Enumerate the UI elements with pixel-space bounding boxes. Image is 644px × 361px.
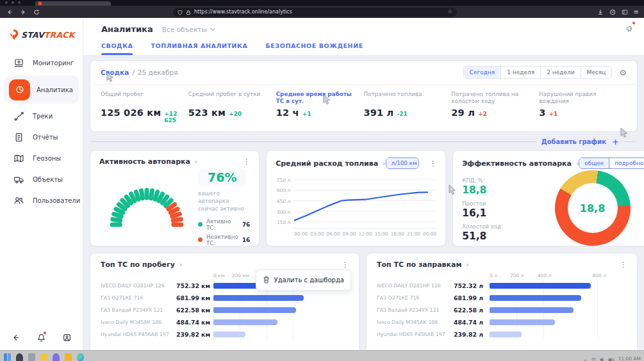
logo-pin-icon — [8, 29, 19, 41]
range-2weeks-button[interactable]: 2 недели — [540, 67, 580, 78]
forward-icon[interactable] — [20, 9, 26, 15]
value-bar[interactable] — [490, 295, 581, 301]
start-button-icon[interactable] — [4, 353, 11, 361]
window-dot[interactable] — [12, 1, 14, 4]
date-range-switcher: Сегодня 1 неделя 2 недели Месяц — [463, 66, 613, 79]
kebab-menu-icon[interactable]: ⋮ — [336, 261, 349, 268]
sidebar-item-monitoring[interactable]: Мониторинг — [0, 52, 83, 74]
fuel-x-tick: 09:00 — [342, 231, 356, 237]
notifications-bell-icon[interactable] — [37, 332, 45, 344]
sidebar-item-analytics[interactable]: Аналитика — [4, 76, 79, 104]
value-bar[interactable] — [490, 319, 555, 325]
chevron-right-icon[interactable]: › — [195, 158, 197, 165]
vehicle-name: IVECO DAILY О281НР 126 — [377, 283, 452, 289]
sidebar-item-geozones[interactable]: Геозоны — [0, 148, 83, 169]
bookmark-star-icon[interactable]: ☆ — [447, 9, 452, 15]
range-1week-button[interactable]: 1 неделя — [500, 67, 540, 78]
value-bar[interactable] — [213, 307, 296, 313]
battery-icon[interactable] — [608, 353, 615, 361]
bar-x-tick: 200 л — [510, 273, 524, 278]
value-bar[interactable] — [213, 295, 304, 301]
value-bar[interactable] — [213, 332, 245, 337]
stat-avg-work-time[interactable]: Среднее время работы ТС в сут. 12 ч+1 — [276, 91, 364, 124]
window-dot[interactable] — [5, 1, 8, 4]
sidebar-item-users[interactable]: Пользователи — [0, 190, 83, 211]
range-today-button[interactable]: Сегодня — [464, 67, 501, 78]
object-filter-dropdown[interactable]: Все объекты — [162, 26, 215, 33]
chevron-right-icon[interactable]: › — [179, 261, 182, 268]
taskbar-app-icon[interactable] — [28, 353, 35, 361]
reload-icon[interactable] — [33, 9, 40, 15]
settings-gear-icon[interactable]: ⚙ — [619, 68, 627, 77]
window-dot[interactable] — [18, 1, 21, 4]
sidebar-item-label: Аналитика — [37, 86, 73, 93]
sidebar-item-reports[interactable]: Отчёты — [0, 127, 83, 148]
chevron-right-icon[interactable]: › — [466, 261, 468, 268]
idling-label: Холостой ход: — [462, 223, 518, 230]
vehicle-value: 622.58 л — [452, 307, 490, 314]
value-bar[interactable] — [490, 283, 591, 289]
sidebar-item-objects[interactable]: Объекты — [0, 169, 83, 190]
plus-icon[interactable]: + — [612, 138, 619, 146]
card-title[interactable]: Средний расход топлива — [276, 159, 378, 168]
cursor-pointer — [323, 94, 331, 106]
toggle-detailed[interactable]: подробно — [609, 158, 644, 168]
card-title[interactable]: Топ ТС по пробегу — [101, 261, 175, 269]
bar-row: ГАЗ О271КЕ 716681.99 км — [101, 292, 349, 304]
delete-menu-label[interactable]: Удалить с дашборда — [274, 277, 344, 284]
profile-icon[interactable] — [63, 332, 71, 344]
chevron-right-icon[interactable]: › — [383, 160, 385, 167]
stat-driving-violations: Нарушений правил вождения 3+1 — [539, 91, 627, 124]
card-title[interactable]: Эффективность автопарка — [462, 159, 572, 168]
toggle-l-per-100km[interactable]: л/100 км — [386, 158, 420, 168]
folder-icon[interactable] — [65, 353, 72, 361]
add-chart-row: Добавить график + — [91, 138, 636, 146]
kebab-menu-icon[interactable]: ⋮ — [615, 261, 627, 268]
range-month-button[interactable]: Месяц — [581, 67, 612, 78]
news-icon[interactable] — [625, 23, 634, 35]
card-title[interactable]: Активность автопарка — [99, 157, 190, 166]
taskbar-app-icon[interactable] — [40, 353, 47, 361]
value-bar[interactable] — [490, 307, 574, 313]
tray-caret-icon[interactable] — [583, 353, 588, 361]
donut-center-value: 18,8 — [580, 202, 605, 214]
window-controls[interactable] — [5, 1, 21, 4]
summary-breadcrumb-link[interactable]: Сводка — [101, 68, 129, 76]
kebab-menu-icon[interactable]: ⋮ — [424, 160, 436, 167]
tab-fuel-analytics[interactable]: ТОПЛИВНАЯ АНАЛИТИКА — [151, 42, 247, 55]
value-bar[interactable] — [490, 332, 522, 337]
download-icon[interactable] — [597, 6, 604, 18]
extension-icon[interactable] — [609, 6, 616, 18]
wifi-icon[interactable] — [591, 353, 597, 361]
tab-summary[interactable]: СВОДКА — [101, 42, 133, 55]
collapse-sidebar-icon[interactable] — [12, 332, 20, 344]
back-icon[interactable] — [6, 9, 13, 15]
shield-icon[interactable] — [178, 6, 183, 18]
stat-label-link[interactable]: Среднее время работы ТС в сут. — [276, 91, 359, 106]
summary-card: Сводка / 25 декабря Сегодня 1 неделя 2 н… — [90, 60, 638, 132]
stavtrack-logo[interactable]: STAVTRACK — [0, 18, 83, 47]
value-bar[interactable] — [213, 319, 277, 325]
lock-icon[interactable] — [186, 6, 191, 18]
summary-stats-row: Общий пробег 125 026 км+12 625 Средний п… — [90, 84, 637, 131]
vehicle-value: 752.32 л — [452, 282, 490, 289]
top-mileage-card: Топ ТС по пробегу › ⋮ Удалить с дашборда… — [90, 253, 359, 350]
sidebar-toggle-icon[interactable] — [622, 6, 628, 18]
taskbar-app-icon[interactable] — [16, 353, 23, 361]
tab-safe-driving[interactable]: БЕЗОПАСНОЕ ВОЖДЕНИЕ — [265, 42, 363, 55]
url-text[interactable]: https://www.stavtrack.online/analytics — [194, 9, 444, 15]
kebab-menu-icon[interactable]: ⋮ — [238, 158, 250, 165]
sidebar-menu: Мониторинг Аналитика Треки Отчёты Геозон… — [0, 52, 83, 211]
card-title[interactable]: Топ ТС по заправкам — [377, 261, 461, 269]
delete-from-dashboard-menu[interactable]: Удалить с дашборда — [256, 269, 351, 291]
url-bar[interactable]: https://www.stavtrack.online/analytics ☆ — [173, 8, 457, 17]
browser-tab[interactable] — [35, 1, 111, 6]
add-chart-button[interactable]: Добавить график — [541, 138, 606, 145]
taskbar-app-icon[interactable] — [53, 353, 60, 361]
hamburger-menu-icon[interactable]: ≡ — [634, 9, 639, 15]
browser-app-icon[interactable] — [77, 353, 84, 361]
bar-x-axis: 0 л200 л400 л800 л — [490, 271, 627, 280]
sidebar-item-tracks[interactable]: Треки — [0, 106, 83, 127]
toggle-general[interactable]: общее — [579, 158, 609, 168]
volume-icon[interactable] — [600, 353, 605, 361]
